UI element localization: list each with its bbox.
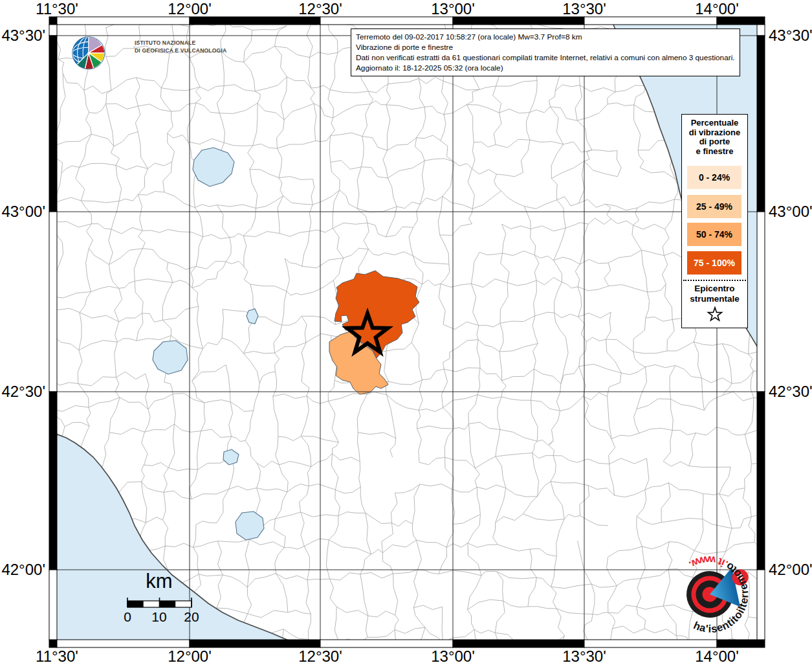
lon-label-bottom: 12°00' xyxy=(168,647,212,663)
lat-label-left: 43°00' xyxy=(1,203,45,221)
neatline-segment xyxy=(57,640,190,647)
legend-epicenter-label: Epicentro strumentale xyxy=(682,284,747,304)
legend-epicenter-line: Epicentro xyxy=(682,284,747,294)
lon-label-bottom: 13°00' xyxy=(431,647,475,663)
neatline-segment xyxy=(757,36,765,212)
lon-label-top: 13°00' xyxy=(431,0,475,18)
scale-tick-20: 20 xyxy=(184,609,199,625)
neatline-segment xyxy=(49,212,57,392)
neatline-segment xyxy=(49,36,57,212)
legend-epicenter-line: strumentale xyxy=(682,294,747,304)
legend-title-line: di porte xyxy=(682,137,747,147)
map-graphic: ? ha'isentitoilterremoto.it www. xyxy=(0,0,812,663)
ingv-name: ISTITUTO NAZIONALE DI GEOFISICA E VULCAN… xyxy=(135,39,226,54)
lat-label-left: 43°30' xyxy=(1,27,45,45)
ingv-globe-icon xyxy=(66,30,111,76)
lon-label-bottom: 11°30' xyxy=(36,647,78,663)
neatline-segment xyxy=(584,640,717,647)
lat-label-right: 43°30' xyxy=(769,27,812,45)
legend-title-line: Percentuale xyxy=(682,118,747,128)
info-line-disclaimer: Dati non verificati estratti da 61 quest… xyxy=(356,52,735,63)
neatline-segment xyxy=(49,570,57,640)
neatline-segment xyxy=(717,640,765,647)
info-line-event: Terremoto del 09-02-2017 10:58:27 (ora l… xyxy=(356,32,735,42)
scale-unit-label: km xyxy=(146,570,172,593)
ingv-name-line2: DI GEOFISICA E VULCANOLOGIA xyxy=(135,47,226,54)
lat-label-left: 42°00' xyxy=(1,561,45,579)
neatline-segment xyxy=(757,392,765,570)
legend-star-icon xyxy=(707,306,723,322)
neatline-segment xyxy=(757,25,765,36)
legend-class-25-49-: 25 - 49% xyxy=(687,195,741,218)
earthquake-map-page: ? ha'isentitoilterremoto.it www. 11°30'1… xyxy=(0,0,812,663)
lon-label-top: 11°30' xyxy=(36,0,78,18)
scale-tick-0: 0 xyxy=(124,609,131,625)
lat-label-right: 42°30' xyxy=(769,383,812,401)
legend-title-line: e finestre xyxy=(682,147,747,157)
neatline-segment xyxy=(190,640,320,647)
legend-class-0-24-: 0 - 24% xyxy=(687,166,741,189)
neatline-segment xyxy=(453,640,584,647)
neatline-segment xyxy=(49,25,57,36)
lon-label-bottom: 13°30' xyxy=(562,647,606,663)
info-line-effect: Vibrazione di porte e finestre xyxy=(356,42,735,52)
lon-label-bottom: 14°00' xyxy=(695,647,739,663)
neatline-segment xyxy=(49,640,57,647)
neatline-segment xyxy=(757,212,765,392)
event-info-box: Terremoto del 09-02-2017 10:58:27 (ora l… xyxy=(351,28,740,76)
legend-class-50-74-: 50 - 74% xyxy=(687,223,741,246)
map-layers xyxy=(47,17,789,663)
lon-label-top: 12°00' xyxy=(168,0,212,18)
lat-label-left: 42°30' xyxy=(1,383,45,401)
neatline-segment xyxy=(320,640,453,647)
legend-title: Percentuale di vibrazione di porte e fin… xyxy=(682,118,747,156)
lon-label-top: 13°30' xyxy=(562,0,606,18)
lon-label-top: 12°30' xyxy=(298,0,342,18)
legend-divider xyxy=(683,280,746,281)
neatline-segment xyxy=(757,570,765,640)
lon-label-top: 14°00' xyxy=(695,0,739,18)
scale-tick-10: 10 xyxy=(151,609,166,625)
info-line-updated: Aggiornato il: 18-12-2025 05:32 (ora loc… xyxy=(356,63,735,73)
lon-label-bottom: 12°30' xyxy=(298,647,342,663)
legend-title-line: di vibrazione xyxy=(682,128,747,138)
legend: Percentuale di vibrazione di porte e fin… xyxy=(681,114,748,328)
ingv-name-line1: ISTITUTO NAZIONALE xyxy=(135,39,226,47)
neatline-segment xyxy=(49,392,57,570)
lat-label-right: 42°00' xyxy=(769,561,812,579)
legend-class-75-100-: 75 - 100% xyxy=(687,251,741,275)
lat-label-right: 43°00' xyxy=(769,203,812,221)
